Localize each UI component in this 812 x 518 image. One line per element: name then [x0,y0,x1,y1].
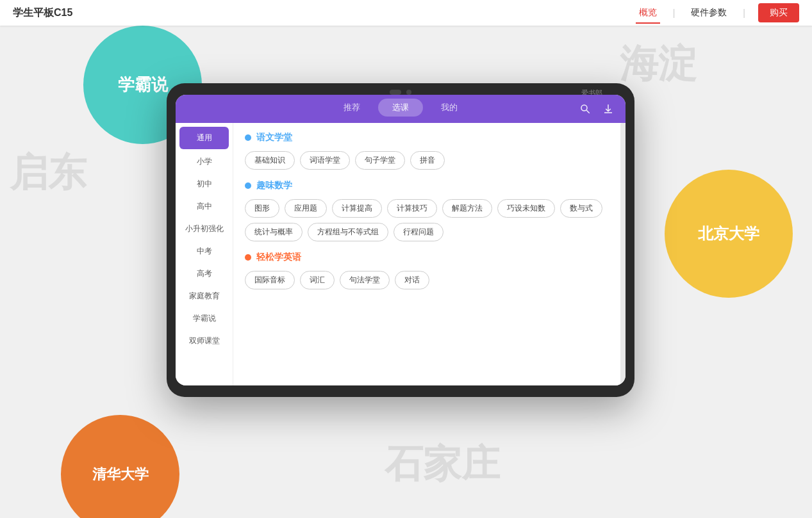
circle-beijingdaxue: 北京大学 [665,170,793,298]
tablet-sidebar: 通用 小学 初中 高中 小升初强化 中考 高考 家庭教育 学霸说 双师课堂 [176,123,233,385]
tag-guoji-yinbiao[interactable]: 国际音标 [245,271,295,289]
tab-select-course[interactable]: 选课 [378,99,423,117]
sidebar-item-primary[interactable]: 小学 [176,150,233,173]
section-title-chinese: 语文学堂 [245,132,609,143]
dot-chinese [245,134,251,141]
tag-ciyutang[interactable]: 词语学堂 [300,151,350,170]
svg-line-1 [586,110,590,113]
nav-link-specs[interactable]: 硬件参数 [688,4,730,22]
tag-xingcheng[interactable]: 行程问题 [394,223,443,241]
tag-jietifangfa[interactable]: 解题方法 [442,199,492,218]
sidebar-item-middle[interactable]: 初中 [176,173,233,195]
nav-link-overview[interactable]: 概览 [636,4,660,22]
sidebar-item-xiaochu[interactable]: 小升初强化 [176,218,233,240]
tablet-device: 爱书郎 推荐 选课 我的 [167,83,634,397]
sidebar-item-zhongkao[interactable]: 中考 [176,240,233,263]
tablet-content: 通用 小学 初中 高中 小升初强化 中考 高考 家庭教育 学霸说 双师课堂 [176,123,626,385]
tablet-camera [390,90,401,95]
navbar-links: 概览 | 硬件参数 | 购买 [636,3,799,22]
navbar: 学生平板C15 概览 | 硬件参数 | 购买 [0,0,812,26]
tag-jisuan-jiqiao[interactable]: 计算技巧 [387,199,437,218]
tablet-body: 爱书郎 推荐 选课 我的 [167,83,634,397]
tag-tongji[interactable]: 统计与概率 [245,223,302,241]
tab-mine[interactable]: 我的 [427,99,472,117]
buy-button[interactable]: 购买 [758,3,799,22]
section-title-english: 轻松学英语 [245,252,609,263]
sidebar-item-dual[interactable]: 双师课堂 [176,330,233,352]
section-chinese: 语文学堂 基础知识 词语学堂 句子学堂 拼音 [245,132,609,170]
tag-yingyongti[interactable]: 应用题 [285,199,327,218]
tag-fangchengzu[interactable]: 方程组与不等式组 [308,223,388,241]
tablet-dot [406,90,411,95]
dot-english [245,254,251,261]
tag-jisuan-tigao[interactable]: 计算提高 [332,199,382,218]
download-tab-icon[interactable] [601,102,615,116]
section-label-english: 轻松学英语 [256,252,301,263]
sidebar-item-gaokao[interactable]: 高考 [176,263,233,285]
tag-jufa[interactable]: 句法学堂 [340,271,390,289]
section-label-math: 趣味数学 [256,180,292,191]
tab-recommended[interactable]: 推荐 [329,99,374,117]
tablet-main-content: 语文学堂 基础知识 词语学堂 句子学堂 拼音 趣味数学 [233,123,620,385]
tablet-camera-area [390,90,411,95]
dot-math [245,182,251,189]
navbar-logo: 学生平板C15 [13,6,636,20]
tag-tuxing[interactable]: 图形 [245,199,279,218]
svg-point-0 [581,105,587,111]
section-label-chinese: 语文学堂 [256,132,292,143]
nav-divider-1: | [673,8,675,18]
circle-qinghuadaxue: 清华大学 [61,415,179,518]
tag-duihua[interactable]: 对话 [395,271,429,289]
bg-text-haidian: 海淀 [620,38,697,90]
tag-shuyushi[interactable]: 数与式 [560,199,602,218]
tag-juzitang[interactable]: 句子学堂 [355,151,405,170]
tablet-tabbar: 推荐 选课 我的 [176,95,626,123]
tags-chinese: 基础知识 词语学堂 句子学堂 拼音 [245,151,609,170]
tags-math: 图形 应用题 计算提高 计算技巧 解题方法 巧设未知数 数与式 统计与概率 方程… [245,199,609,241]
tag-pinyin[interactable]: 拼音 [410,151,445,170]
tablet-scrollbar[interactable] [620,123,626,385]
section-english: 轻松学英语 国际音标 词汇 句法学堂 对话 [245,252,609,289]
tag-qiaoshe[interactable]: 巧设未知数 [497,199,555,218]
tag-cihui[interactable]: 词汇 [300,271,335,289]
nav-divider-2: | [743,8,745,18]
sidebar-item-high[interactable]: 高中 [176,195,233,218]
tags-english: 国际音标 词汇 句法学堂 对话 [245,271,609,289]
tablet-tab-icons [578,102,615,116]
bg-text-qidong: 启东 [10,147,87,199]
bg-text-shijiazhuang: 石家庄 [385,439,500,490]
tag-jichu[interactable]: 基础知识 [245,151,295,170]
search-tab-icon[interactable] [578,102,592,116]
sidebar-item-family[interactable]: 家庭教育 [176,285,233,307]
section-math: 趣味数学 图形 应用题 计算提高 计算技巧 解题方法 巧设未知数 数与式 统计与… [245,180,609,241]
section-title-math: 趣味数学 [245,180,609,191]
sidebar-item-xueba[interactable]: 学霸说 [176,307,233,330]
sidebar-item-general[interactable]: 通用 [179,127,229,149]
tablet-screen: 推荐 选课 我的 [176,95,626,385]
